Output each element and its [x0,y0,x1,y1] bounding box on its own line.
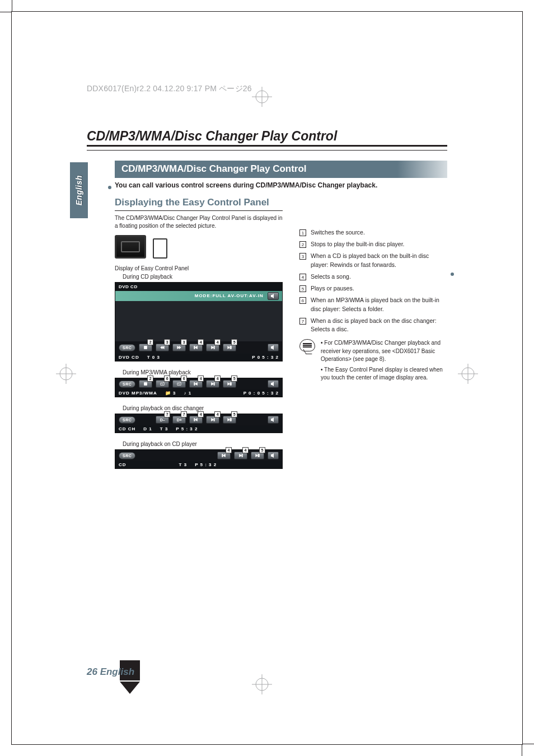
banner-heading: CD/MP3/WMA/Disc Changer Play Control [115,161,447,178]
play-pause-button[interactable]: 5 [223,344,236,351]
info-row: CD CH D 1 T 3 P 5 : 3 2 [115,425,282,433]
play-pause-button[interactable]: 5 [223,380,236,388]
list-item: 6When an MP3/WMA is played back on the b… [299,296,447,313]
button-row: SRC 4 4 5 [115,450,282,461]
button-row: SRC 2 6 6 4 4 5 [115,378,282,389]
mode-text: MODE:FULL AV-OUT:AV-IN [195,294,264,299]
speaker-icon [268,344,279,351]
info-row: DVD MP3/WMA 📁 3 ♪ 1 P 0 : 0 5 : 3 2 [115,389,282,397]
play-pause-button[interactable]: 5 [251,452,264,459]
list-item: 3When a CD is played back on the built-i… [299,252,447,269]
speaker-icon [268,380,279,388]
mode-strip: MODE:FULL AV-OUT:AV-IN [115,291,282,301]
info-source: CD CH [119,426,135,431]
intro-paragraph: The CD/MP3/WMA/Disc Changer Play Control… [115,214,283,229]
forward-button[interactable]: 3 [172,344,186,351]
play-pause-button[interactable]: 5 [223,416,236,424]
lead-text: You can call various control screens dur… [115,181,447,189]
prev-track-button[interactable]: 4 [189,344,203,351]
info-time: P 0 : 0 5 : 3 2 [243,391,279,396]
info-row: DVD CD T 0 3 P 0 5 : 3 2 [115,354,282,361]
svg-rect-15 [144,383,147,386]
src-button[interactable]: SRC [119,381,135,388]
info-track: T 0 3 [147,355,160,360]
caption-cd: During CD playback [123,274,283,280]
svg-rect-12 [144,346,147,349]
registration-mark-icon [56,364,76,384]
stop-button[interactable]: 2 [139,380,152,388]
speaker-icon [268,292,279,300]
page-footer: 26 English [87,666,134,678]
caption-cdplayer: During playback on CD player [123,441,283,447]
list-item: 7When a disc is played back on the disc … [299,317,447,334]
caption-changer: During playback on disc changer [123,405,283,411]
note-item: For CD/MP3/WMA/Disc Changer playback and… [321,339,447,364]
panel-thumb-icon [153,238,167,259]
list-item: 2Stops to play the built-in disc player. [299,240,447,248]
button-row: SRC 2 3 3 4 4 5 [115,341,282,354]
info-track: T 3 [179,462,188,467]
changer-control-panel: SRC D–7 D+7 4 4 5 CD CH D 1 T 3 P 5 : 3 … [115,414,283,433]
next-track-button[interactable]: 4 [206,380,219,388]
list-item: 5Plays or pauses. [299,284,447,293]
src-button[interactable]: SRC [119,452,135,459]
next-track-button[interactable]: 4 [206,416,219,424]
language-tab: English [70,162,88,218]
caption-display: Display of Easy Control Panel [115,265,283,271]
button-row: SRC D–7 D+7 4 4 5 [115,414,282,425]
mp3-control-panel: SRC 2 6 6 4 4 5 DVD MP3/WMA 📁 3 ♪ 1 P 0 … [115,378,283,397]
panel-body [115,301,282,341]
info-disc: D 1 [143,426,152,431]
caption-mp3: During MP3/WMA playback [123,369,283,375]
note-bullets: For CD/MP3/WMA/Disc Changer playback and… [321,339,447,384]
cd-control-panel: DVD CD MODE:FULL AV-OUT:AV-IN SRC 2 3 3 … [115,282,283,361]
list-item: 4Selects a song. [299,273,447,281]
disc-next-button[interactable]: D+7 [172,416,186,424]
folder-prev-button[interactable]: 6 [156,380,169,388]
disc-prev-button[interactable]: D–7 [156,416,169,424]
registration-mark-icon [458,364,478,384]
info-track: T 3 [160,426,168,431]
next-track-button[interactable]: 4 [206,344,219,351]
bullet-dot-icon [108,186,111,189]
next-track-button[interactable]: 4 [234,452,247,459]
prev-track-button[interactable]: 4 [189,416,203,424]
info-source: DVD CD [119,355,139,360]
bullet-dot-icon [451,273,454,276]
screen-thumb-icon [115,235,146,259]
registration-mark-icon [252,674,272,694]
callout-list: 1Switches the source. 2Stops to play the… [299,228,447,334]
sub-heading: Displaying the Easy Control Panel [115,197,283,211]
prev-track-button[interactable]: 4 [217,452,231,459]
src-button[interactable]: SRC [119,416,135,424]
note-icon [299,339,315,351]
stop-button[interactable]: 2 [139,344,152,351]
info-row: CD T 3 P 5 : 3 2 [115,461,282,468]
rule [87,150,447,151]
info-time: P 5 : 3 2 [195,462,217,467]
src-button[interactable]: SRC [119,344,135,351]
note-icon: ♪ 1 [184,391,191,396]
folder-icon: 📁 3 [165,391,176,396]
folder-next-button[interactable]: 6 [172,380,186,388]
panel-title: DVD CD [115,283,282,291]
cdplayer-control-panel: SRC 4 4 5 CD T 3 P 5 : 3 2 [115,449,283,469]
thumbnail-row [115,235,283,259]
info-time: P 0 5 : 3 2 [252,355,279,360]
section-title: CD/MP3/WMA/Disc Changer Play Control [87,129,447,147]
speaker-icon [268,416,279,424]
info-time: P 5 : 3 2 [176,426,198,431]
speaker-icon [268,452,279,459]
print-header: DDX6017(En)r2.2 04.12.20 9:17 PM ページ26 [87,84,252,94]
registration-mark-icon [252,87,272,107]
info-source: CD [119,462,127,467]
note-block: For CD/MP3/WMA/Disc Changer playback and… [299,339,447,384]
prev-track-button[interactable]: 4 [189,380,203,388]
list-item: 1Switches the source. [299,228,447,237]
info-source: DVD MP3/WMA [119,391,157,396]
rewind-button[interactable]: 3 [156,344,169,351]
note-item: The Easy Control Panel display is cleare… [321,366,447,382]
